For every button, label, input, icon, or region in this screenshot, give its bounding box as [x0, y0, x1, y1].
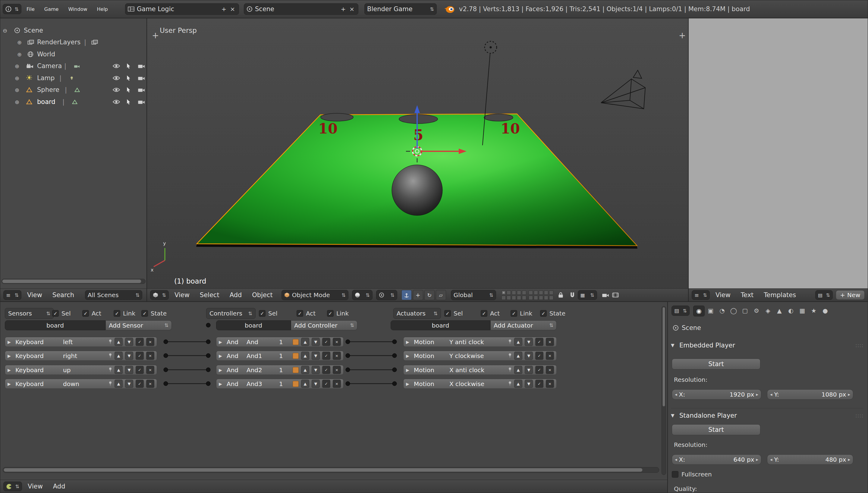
controller-name[interactable]: And	[246, 338, 277, 346]
outliner-row-world[interactable]: ⊕ World	[0, 48, 147, 60]
selectable-cursor-icon[interactable]	[126, 75, 131, 81]
hide-eye-icon[interactable]	[112, 63, 120, 68]
sensor-type[interactable]: Keyboard	[15, 366, 61, 374]
checkbox-checked[interactable]: ✓	[114, 310, 120, 317]
menu-select[interactable]: Select	[195, 292, 224, 299]
render-layers-data-icon[interactable]	[91, 40, 98, 45]
move-up-button[interactable]: ▲	[514, 338, 522, 346]
layer-toggle[interactable]	[544, 296, 548, 300]
menu-object[interactable]: Object	[247, 292, 277, 299]
move-down-button[interactable]: ▼	[525, 338, 533, 346]
sensors-type-dropdown[interactable]: Sensors ⇅	[5, 308, 53, 319]
actuators-filter-sel[interactable]: ✓Sel	[444, 310, 463, 317]
panel-drag-grip-icon[interactable]: ::::	[855, 412, 864, 419]
layer-toggle[interactable]	[539, 291, 543, 295]
expand-icon[interactable]: ▶	[219, 382, 224, 386]
active-checkbox[interactable]: ✓	[136, 338, 144, 346]
active-checkbox[interactable]: ✓	[322, 380, 330, 388]
controller-state-value[interactable]: 1	[279, 338, 283, 346]
outliner-row-sphere[interactable]: ⊕ Sphere |	[0, 84, 147, 95]
checkbox-checked[interactable]: ✓	[444, 310, 451, 317]
layer-toggle[interactable]	[501, 296, 506, 300]
expand-icon[interactable]: ⊕	[15, 86, 19, 93]
menu-help[interactable]: Help	[92, 6, 112, 12]
move-up-button[interactable]: ▲	[301, 380, 309, 388]
move-down-button[interactable]: ▼	[525, 366, 533, 374]
actuator-type[interactable]: Motion	[414, 366, 447, 374]
decrement-arrow-icon[interactable]: ◂	[675, 392, 677, 397]
layer-toggle[interactable]	[549, 291, 554, 295]
lamp-data-icon[interactable]	[69, 75, 74, 81]
layer-toggle[interactable]	[544, 291, 548, 295]
layer-toggle[interactable]	[539, 296, 543, 300]
delete-button[interactable]: ×	[333, 380, 341, 388]
move-up-button[interactable]: ▲	[301, 352, 309, 360]
state-icon[interactable]	[292, 381, 299, 387]
layout-delete-button[interactable]: ×	[229, 5, 236, 13]
layer-toggle[interactable]	[517, 296, 521, 300]
transform-orientation-dropdown[interactable]: Global ⇅	[451, 290, 496, 300]
controllers-filter-act[interactable]: ✓Act	[297, 310, 316, 317]
expand-icon[interactable]: ▶	[219, 368, 224, 372]
expand-icon[interactable]: ▶	[406, 382, 411, 386]
increment-arrow-icon[interactable]: ▸	[756, 457, 758, 462]
outliner-label[interactable]: World	[37, 51, 55, 58]
fullscreen-checkbox[interactable]	[672, 471, 678, 478]
tab-object[interactable]: ▢	[740, 305, 751, 316]
tab-material[interactable]: ◐	[785, 305, 796, 316]
controller-brick[interactable]: ▶ And And2 1 ▲ ▼ ✓ ×	[216, 365, 344, 375]
controller-brick[interactable]: ▶ And And1 1 ▲ ▼ ✓ ×	[216, 351, 344, 361]
tab-data[interactable]: ▲	[774, 305, 785, 316]
sensor-type[interactable]: Keyboard	[15, 352, 61, 360]
actuator-name[interactable]: X anti clock	[449, 366, 484, 374]
active-checkbox[interactable]: ✓	[322, 366, 330, 374]
panel-collapse-icon[interactable]: ▼	[671, 413, 676, 418]
layer-toggle[interactable]	[529, 291, 533, 295]
actuators-filter-state[interactable]: ✓State	[540, 310, 565, 317]
move-down-button[interactable]: ▼	[525, 352, 533, 360]
controllers-object-name[interactable]: board	[216, 320, 291, 330]
move-down-button[interactable]: ▼	[312, 338, 320, 346]
actuator-brick[interactable]: ▶ Motion Y clockwise ▲ ▼ ✓ ×	[403, 351, 557, 361]
expand-icon[interactable]: ⊕	[17, 51, 22, 57]
sensor-brick[interactable]: ▶ Keyboard up ▲ ▼ ✓ ×	[5, 365, 157, 375]
sensors-filter-state[interactable]: ✓State	[142, 310, 167, 317]
controller-type[interactable]: And	[226, 380, 244, 388]
text-editor-type-button[interactable]: ≡ ⇅	[692, 290, 710, 300]
new-text-button[interactable]: + New	[836, 290, 865, 300]
panel-drag-grip-icon[interactable]: ::::	[855, 342, 864, 348]
breadcrumb-scene[interactable]: Scene	[682, 324, 701, 331]
move-down-button[interactable]: ▼	[125, 352, 133, 360]
outliner-label[interactable]: board	[37, 98, 56, 105]
expand-icon[interactable]: ▶	[406, 353, 411, 358]
move-down-button[interactable]: ▼	[312, 352, 320, 360]
menu-view[interactable]: View	[711, 292, 735, 299]
sensors-filter-link[interactable]: ✓Link	[114, 310, 135, 317]
pin-icon[interactable]	[508, 367, 512, 373]
active-checkbox[interactable]: ✓	[322, 352, 330, 360]
layer-toggle[interactable]	[522, 291, 526, 295]
hide-eye-icon[interactable]	[112, 87, 120, 92]
layer-toggle[interactable]	[507, 291, 511, 295]
outliner-row-board[interactable]: ⊕ board |	[0, 96, 147, 108]
screen-layout-selector[interactable]: Game Logic + ×	[125, 3, 239, 15]
menu-view[interactable]: View	[23, 292, 47, 299]
pin-icon[interactable]	[508, 339, 512, 345]
expand-icon[interactable]: ▶	[219, 353, 224, 358]
tab-world[interactable]: ◯	[728, 305, 739, 316]
controller-type[interactable]: And	[226, 352, 244, 360]
checkbox-checked[interactable]: ✓	[540, 310, 547, 317]
sensor-type[interactable]: Keyboard	[15, 380, 61, 388]
tab-render-layers[interactable]: ▣	[705, 305, 716, 316]
hide-eye-icon[interactable]	[112, 75, 120, 81]
menu-file[interactable]: File	[22, 6, 39, 12]
outliner-row-scene[interactable]: ⊖ Scene	[0, 24, 147, 36]
standalone-start-button[interactable]: Start	[672, 424, 760, 435]
expand-icon[interactable]: ⊕	[15, 63, 19, 69]
pivot-dropdown[interactable]: ⇅	[376, 290, 397, 300]
hide-eye-icon[interactable]	[112, 99, 120, 104]
controllers-filter-sel[interactable]: ✓Sel	[259, 310, 278, 317]
tab-constraints[interactable]: ⚙	[751, 305, 762, 316]
sensor-brick[interactable]: ▶ Keyboard down ▲ ▼ ✓ ×	[5, 379, 157, 389]
menu-game[interactable]: Game	[40, 6, 63, 12]
